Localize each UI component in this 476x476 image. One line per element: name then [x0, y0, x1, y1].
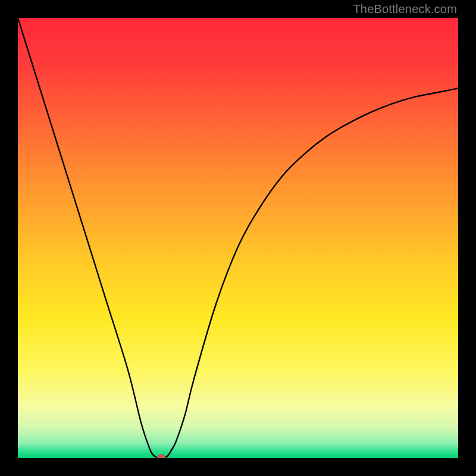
optimal-point-marker — [157, 454, 165, 458]
plot-area — [18, 18, 458, 458]
chart-frame: TheBottleneck.com — [0, 0, 476, 476]
watermark-text: TheBottleneck.com — [353, 2, 457, 16]
bottleneck-curve — [18, 18, 458, 458]
